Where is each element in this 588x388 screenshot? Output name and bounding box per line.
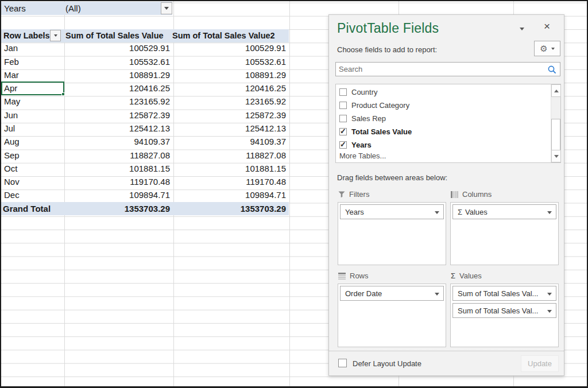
gear-icon: ⚙	[540, 44, 547, 53]
table-row[interactable]: Dec 109894.71 109894.71	[1, 188, 289, 201]
value-cell-2[interactable]: 125872.39	[172, 110, 288, 120]
field-checkbox[interactable]	[339, 115, 347, 122]
dropdown-arrow-icon[interactable]	[435, 293, 439, 296]
filter-value: (All)	[63, 3, 81, 13]
row-label-cell[interactable]: Oct	[1, 164, 63, 173]
pivot-data-rows: Jan 100529.91 100529.91 Feb 105532.61 10…	[1, 41, 289, 201]
defer-layout-label: Defer Layout Update	[353, 359, 421, 368]
pill-label: Values	[465, 208, 488, 216]
update-button[interactable]: Update	[521, 355, 559, 372]
columns-field-pill[interactable]: Σ Values	[452, 204, 556, 219]
value-cell-2[interactable]: 119170.48	[172, 177, 288, 187]
value-cell-2[interactable]: 100529.91	[172, 43, 288, 53]
scroll-up-button[interactable]	[551, 84, 561, 97]
table-row[interactable]: Aug 94109.37 94109.37	[1, 135, 289, 148]
value-cell-1[interactable]: 119170.48	[63, 177, 172, 187]
value-cell-2[interactable]: 101881.15	[172, 164, 288, 173]
row-label-cell[interactable]: Jul	[1, 123, 63, 133]
table-row[interactable]: Jan 100529.91 100529.91	[1, 41, 289, 55]
value-cell-2[interactable]: 123165.92	[172, 96, 288, 106]
values-field-pill[interactable]: Sum of Total Sales Val...	[452, 286, 556, 301]
table-row[interactable]: Nov 119170.48 119170.48	[1, 175, 289, 188]
pane-options-chevron-icon[interactable]	[520, 28, 524, 30]
values-field-pill[interactable]: Sum of Total Sales Val...	[452, 303, 556, 318]
field-checkbox[interactable]	[339, 102, 347, 109]
value-cell-2[interactable]: 118827.08	[172, 150, 288, 160]
scroll-down-button[interactable]	[551, 150, 561, 162]
field-checkbox[interactable]	[339, 141, 347, 149]
value-cell-2[interactable]: 105532.61	[172, 57, 288, 67]
table-row[interactable]: Oct 101881.15 101881.15	[1, 162, 289, 175]
pivottable-fields-pane: PivotTable Fields × Choose fields to add…	[328, 14, 564, 376]
value-cell-1[interactable]: 120416.25	[63, 83, 172, 93]
field-list-item[interactable]: Country	[339, 86, 551, 99]
row-label-cell[interactable]: Nov	[1, 177, 63, 187]
rows-area-box[interactable]: Order Date	[338, 284, 446, 347]
row-label-cell[interactable]: Feb	[1, 57, 63, 67]
defer-layout-checkbox[interactable]	[338, 359, 347, 367]
value-cell-2[interactable]: 125412.13	[172, 123, 288, 133]
filter-dropdown-button[interactable]	[161, 2, 172, 14]
table-row[interactable]: Sep 118827.08 118827.08	[1, 148, 289, 161]
filter-field-name: Years	[1, 3, 63, 13]
value-cell-1[interactable]: 100529.91	[63, 43, 172, 53]
field-list-item[interactable]: Product Category	[339, 99, 551, 112]
tools-button[interactable]: ⚙	[534, 41, 560, 56]
more-tables-link[interactable]: More Tables...	[339, 152, 386, 160]
row-label-cell[interactable]: Jun	[1, 110, 63, 120]
column-header-1: Sum of Total Sales Value	[65, 31, 164, 40]
value-cell-1[interactable]: 108891.29	[63, 70, 172, 80]
dropdown-arrow-icon[interactable]	[547, 211, 552, 214]
values-area-box[interactable]: Sum of Total Sales Val... Sum of Total S…	[450, 284, 559, 347]
excel-worksheet: Years (All) Row Labels Sum of Total Sale…	[0, 0, 588, 388]
field-list-item[interactable]: Sales Rep	[339, 112, 551, 125]
columns-area-box[interactable]: Σ Values	[450, 202, 559, 265]
value-cell-2[interactable]: 109894.71	[172, 190, 288, 200]
dropdown-arrow-icon[interactable]	[547, 293, 552, 296]
row-label-cell[interactable]: May	[1, 96, 63, 106]
row-label-cell[interactable]: Sep	[1, 150, 63, 160]
dropdown-arrow-icon[interactable]	[547, 310, 552, 313]
sigma-icon: Σ	[458, 208, 462, 216]
value-cell-1[interactable]: 105532.61	[63, 57, 172, 67]
table-row[interactable]: Feb 105532.61 105532.61	[1, 55, 289, 68]
close-icon[interactable]: ×	[544, 21, 550, 32]
table-row[interactable]: Mar 108891.29 108891.29	[1, 68, 289, 82]
row-label-cell[interactable]: Jan	[1, 43, 63, 53]
value-cell-1[interactable]: 125872.39	[63, 110, 172, 120]
field-checkbox[interactable]	[339, 128, 347, 135]
row-labels-dropdown-button[interactable]	[50, 30, 61, 41]
grand-total-row[interactable]: Grand Total 1353703.29 1353703.29	[1, 202, 289, 215]
field-checkbox[interactable]	[339, 88, 347, 96]
filters-area-box[interactable]: Years	[338, 202, 446, 265]
rows-label-text: Rows	[350, 271, 369, 280]
table-row[interactable]: May 123165.92 123165.92	[1, 95, 289, 108]
value-cell-2[interactable]: 108891.29	[172, 70, 288, 80]
pill-label: Sum of Total Sales Val...	[458, 306, 538, 315]
value-cell-1[interactable]: 109894.71	[63, 190, 172, 200]
search-icon[interactable]	[547, 65, 557, 75]
field-list-scrollbar[interactable]	[551, 84, 560, 162]
value-cell-2[interactable]: 120416.25	[172, 83, 288, 93]
row-label-cell[interactable]: Mar	[1, 70, 63, 80]
row-label-cell[interactable]: Dec	[1, 190, 63, 200]
rows-field-pill[interactable]: Order Date	[340, 286, 444, 301]
fill-handle[interactable]	[61, 92, 65, 96]
dropdown-arrow-icon[interactable]	[435, 211, 439, 214]
filters-field-pill[interactable]: Years	[340, 204, 444, 219]
value-cell-1[interactable]: 118827.08	[63, 150, 172, 160]
value-cell-1[interactable]: 94109.37	[63, 137, 172, 146]
table-row[interactable]: Jun 125872.39 125872.39	[1, 108, 289, 122]
value-cell-1[interactable]: 123165.92	[63, 96, 172, 106]
scrollbar-thumb[interactable]	[551, 119, 560, 151]
search-input[interactable]	[336, 63, 560, 76]
value-cell-2[interactable]: 94109.37	[172, 137, 288, 146]
value-cell-1[interactable]: 101881.15	[63, 164, 172, 173]
pivot-filter-row: Years (All)	[1, 2, 172, 15]
value-cell-1[interactable]: 125412.13	[63, 123, 172, 133]
field-list-item[interactable]: Years	[339, 138, 551, 152]
field-list-item[interactable]: Total Sales Value	[339, 125, 551, 138]
column-header-2: Sum of Total Sales Value2	[172, 31, 275, 40]
row-label-cell[interactable]: Aug	[1, 137, 63, 146]
table-row[interactable]: Jul 125412.13 125412.13	[1, 122, 289, 135]
